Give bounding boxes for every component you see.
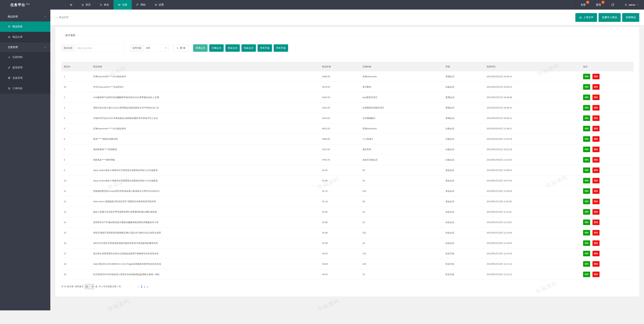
product-id: 3 bbox=[61, 107, 90, 109]
product-price: ¥2.00 bbox=[320, 169, 360, 171]
sidebar-item-trade-control[interactable]: 交易控制 bbox=[0, 52, 50, 63]
add-product-button[interactable]: 添加商品 bbox=[622, 13, 639, 22]
per-page-select[interactable]: 20 bbox=[85, 284, 94, 289]
delete-button[interactable]: 删除 bbox=[592, 240, 600, 246]
delete-button[interactable]: 删除 bbox=[592, 167, 600, 173]
delete-button[interactable]: 删除 bbox=[592, 136, 600, 142]
edit-button[interactable]: 编辑 bbox=[583, 261, 590, 267]
delete-button[interactable]: 删除 bbox=[592, 178, 600, 183]
delete-button[interactable]: 删除 bbox=[592, 74, 600, 79]
nav-item-settings[interactable]: 设置 bbox=[150, 0, 168, 10]
edit-button[interactable]: 编辑 bbox=[583, 251, 590, 256]
product-name-input[interactable] bbox=[74, 44, 125, 52]
member-level: 暂未开放 bbox=[443, 252, 484, 255]
recharge-menu-item[interactable]: 充值 0 bbox=[575, 0, 591, 10]
edit-button[interactable]: 编辑 bbox=[583, 219, 590, 225]
edit-button[interactable]: 编辑 bbox=[583, 199, 590, 204]
sidebar-group-products[interactable]: 商品管理 bbox=[0, 12, 50, 22]
delete-button[interactable]: 删除 bbox=[592, 209, 600, 215]
sidebar-group-trade[interactable]: 交易管理 bbox=[0, 42, 50, 52]
gear-icon bbox=[154, 4, 157, 6]
product-id: 8 bbox=[61, 159, 90, 161]
delete-button[interactable]: 删除 bbox=[592, 105, 600, 111]
edit-button[interactable]: 编辑 bbox=[583, 115, 590, 121]
added-time: 2021年01月13日 11:21:13 bbox=[484, 262, 580, 265]
edit-button[interactable]: 编辑 bbox=[583, 240, 590, 246]
edit-button[interactable]: 编辑 bbox=[583, 105, 590, 111]
sidebar-item-product-list[interactable]: 商品列表 bbox=[0, 22, 50, 32]
batch-import-button[interactable]: 批量导入商品 bbox=[598, 13, 621, 22]
edit-button[interactable]: 编辑 bbox=[583, 95, 590, 100]
product-name: Amii极简帅气休闲印花仿醋酸棒球领外套女2021春季新款短款上衣潮 bbox=[90, 96, 320, 99]
edit-button[interactable]: 编辑 bbox=[583, 167, 590, 173]
delete-button[interactable]: 删除 bbox=[592, 188, 600, 194]
sidebar-toggle-button[interactable] bbox=[66, 0, 77, 10]
delete-button[interactable]: 删除 bbox=[592, 199, 600, 204]
user-menu[interactable]: admin bbox=[619, 0, 644, 10]
delete-button[interactable]: 删除 bbox=[592, 95, 600, 100]
delete-button[interactable]: 删除 bbox=[592, 272, 600, 277]
header-level: 等级 bbox=[443, 65, 484, 68]
edit-button[interactable]: 编辑 bbox=[583, 272, 590, 277]
delete-button[interactable]: 删除 bbox=[592, 251, 600, 256]
nav-item-home[interactable]: 首页 bbox=[77, 0, 95, 10]
edit-button[interactable]: 编辑 bbox=[583, 178, 590, 183]
edit-button[interactable]: 编辑 bbox=[583, 209, 590, 215]
delete-button[interactable]: 删除 bbox=[592, 115, 600, 121]
member-level: 普通会员 bbox=[443, 75, 484, 78]
filter-not-open-1[interactable]: 暂未开放 bbox=[258, 44, 272, 52]
page-2-link[interactable]: 2 bbox=[144, 285, 145, 288]
edit-button[interactable]: 编辑 bbox=[583, 188, 590, 194]
edit-button[interactable]: 编辑 bbox=[583, 230, 590, 235]
filter-normal-member[interactable]: 普通会员 bbox=[193, 44, 208, 52]
refresh-button[interactable] bbox=[606, 0, 619, 10]
delete-button[interactable]: 删除 bbox=[592, 84, 600, 90]
filter-not-open-2[interactable]: 暂未开放 bbox=[274, 44, 288, 52]
delete-button[interactable]: 删除 bbox=[592, 126, 600, 131]
shop-name: 90 bbox=[360, 169, 443, 171]
nav-item-help[interactable]: 帮助 bbox=[132, 0, 150, 10]
sidebar-item-recharge-mgmt[interactable]: 充值管理 bbox=[0, 73, 50, 83]
sidebar-item-product-category[interactable]: 商品分类 bbox=[0, 32, 50, 42]
edit-button[interactable]: 编辑 bbox=[583, 157, 590, 163]
product-price: ¥2.88 bbox=[320, 221, 360, 224]
edit-button[interactable]: 编辑 bbox=[583, 126, 590, 131]
sidebar-item-order-list[interactable]: 订单列表 bbox=[0, 83, 50, 94]
product-name: 新款小蛮腰汽车坐垫冬季毛绒荞麦养生四季通用亚麻ins网红座垫套 bbox=[90, 210, 320, 213]
breadcrumb-bar: » 商品管理 上传文件 批量导入商品 添加商品 bbox=[50, 10, 644, 25]
prev-page-link[interactable]: « bbox=[138, 285, 139, 288]
delete-button[interactable]: 删除 bbox=[592, 219, 600, 225]
delete-button[interactable]: 删除 bbox=[592, 261, 600, 267]
product-price: ¥2.88 bbox=[320, 179, 360, 182]
nav-item-roles[interactable]: 角色 bbox=[95, 0, 114, 10]
sidebar-item-withdraw-mgmt[interactable]: 提现管理 bbox=[0, 63, 50, 73]
edit-button[interactable]: 编辑 bbox=[583, 147, 590, 152]
filter-gold-member[interactable]: 黄金会员 bbox=[225, 44, 240, 52]
delete-button[interactable]: 删除 bbox=[592, 157, 600, 163]
publish-level-select[interactable]: 全部 bbox=[144, 44, 169, 52]
breadcrumb: » 商品管理 bbox=[56, 16, 68, 19]
filter-platinum-member[interactable]: 铂金会员 bbox=[242, 44, 256, 52]
chevron-down-icon bbox=[44, 16, 46, 18]
table-row: 11 佟丽娅明星同款Armani阿玛尼玫瑰金爱心银项链女可调节EG3394221… bbox=[61, 186, 634, 196]
withdraw-menu-item[interactable]: 提现 0 bbox=[591, 0, 606, 10]
search-button[interactable]: 搜 索 bbox=[173, 44, 188, 52]
header-price: 商品价格 bbox=[320, 65, 360, 68]
product-id: 2 bbox=[61, 96, 90, 99]
next-page-link[interactable]: » bbox=[147, 285, 148, 288]
edit-button[interactable]: 编辑 bbox=[583, 84, 590, 90]
edit-button[interactable]: 编辑 bbox=[583, 136, 590, 142]
delete-button[interactable]: 删除 bbox=[592, 230, 600, 235]
table-row: 18 Haier/海尔EG10014B39GU1 10公斤kg蓝晶变频滚筒家用洗… bbox=[61, 259, 634, 269]
nav-item-trade[interactable]: 交易 bbox=[114, 0, 132, 10]
current-page[interactable]: 1 bbox=[140, 285, 142, 288]
upload-file-button[interactable]: 上传文件 bbox=[575, 13, 597, 22]
search-legend: 条件搜索 bbox=[63, 34, 77, 37]
pagination: 共 30 条记录, 每页显示 20 条, 共 2 页当前显示第 1 页。 « 1… bbox=[61, 284, 634, 289]
member-level: 白银会员 bbox=[443, 138, 484, 141]
edit-button[interactable]: 编辑 bbox=[583, 74, 590, 79]
filter-silver-member[interactable]: 白银会员 bbox=[209, 44, 224, 52]
delete-button[interactable]: 删除 bbox=[592, 147, 600, 152]
pagination-prefix: 共 30 条记录, 每页显示 bbox=[61, 285, 84, 288]
product-price: ¥4.44 bbox=[320, 273, 360, 276]
